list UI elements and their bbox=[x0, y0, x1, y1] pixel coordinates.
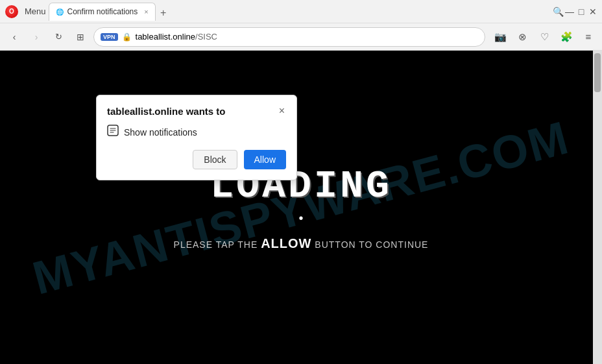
watermark: MYANTISPYWARE.COM bbox=[0, 51, 602, 364]
close-button[interactable]: ✕ bbox=[589, 8, 597, 16]
sub-text-bold: ALLOW bbox=[261, 236, 311, 250]
popup-header: tableallist.online wants to × bbox=[107, 106, 286, 117]
title-bar-left: O Menu bbox=[5, 5, 49, 18]
tab-close-button[interactable]: × bbox=[144, 8, 148, 16]
popup-permission-row: Show notifications bbox=[107, 125, 286, 140]
loading-dot: • bbox=[174, 211, 429, 226]
url-path: /SISC bbox=[195, 32, 217, 42]
url-text: tableallist.online/SISC bbox=[136, 32, 478, 42]
maximize-button[interactable]: □ bbox=[577, 8, 585, 16]
allow-button[interactable]: Allow bbox=[244, 150, 286, 169]
forward-button[interactable]: › bbox=[27, 28, 45, 46]
search-icon[interactable]: 🔍 bbox=[554, 8, 562, 16]
scrollbar-thumb[interactable] bbox=[594, 53, 601, 92]
block-button[interactable]: Block bbox=[193, 150, 237, 169]
title-bar: O Menu 🌐 Confirm notifications × + 🔍 — □… bbox=[0, 0, 602, 23]
vpn-badge: VPN bbox=[101, 33, 118, 41]
address-bar: ‹ › ↻ ⊞ VPN 🔒 tableallist.online/SISC 📷 … bbox=[0, 23, 602, 51]
lock-icon: 🔒 bbox=[122, 32, 132, 42]
window-controls: 🔍 — □ ✕ bbox=[554, 8, 597, 16]
refresh-button[interactable]: ↻ bbox=[49, 28, 67, 46]
extension-icon[interactable]: 🧩 bbox=[558, 29, 575, 45]
popup-actions: Block Allow bbox=[107, 150, 286, 169]
notification-popup: tableallist.online wants to × Show notif… bbox=[96, 95, 297, 180]
heart-icon[interactable]: ♡ bbox=[536, 29, 553, 45]
tabs-area: 🌐 Confirm notifications × + bbox=[49, 3, 554, 21]
grid-button[interactable]: ⊞ bbox=[71, 28, 90, 46]
notification-icon bbox=[107, 125, 119, 140]
new-tab-button[interactable]: + bbox=[156, 5, 171, 21]
loading-subtitle: PLEASE TAP THE ALLOW BUTTON TO CONTINUE bbox=[174, 236, 429, 251]
popup-close-button[interactable]: × bbox=[278, 106, 286, 116]
scrollbar[interactable] bbox=[593, 51, 602, 364]
url-domain: tableallist.online bbox=[136, 32, 196, 42]
camera-icon[interactable]: 📷 bbox=[492, 29, 509, 45]
tab-favicon: 🌐 bbox=[56, 8, 64, 16]
settings-icon[interactable]: ≡ bbox=[580, 29, 597, 45]
tab-title: Confirm notifications bbox=[67, 7, 138, 16]
toolbar-icons: 📷 ⊗ ♡ 🧩 ≡ bbox=[492, 29, 597, 45]
page-content: MYANTISPYWARE.COM LOADING • PLEASE TAP T… bbox=[0, 51, 602, 364]
active-tab[interactable]: 🌐 Confirm notifications × bbox=[49, 3, 156, 21]
opera-logo: O bbox=[5, 5, 18, 18]
shield-icon[interactable]: ⊗ bbox=[514, 29, 531, 45]
permission-label: Show notifications bbox=[124, 127, 197, 138]
back-button[interactable]: ‹ bbox=[5, 28, 23, 46]
popup-title: tableallist.online wants to bbox=[107, 106, 226, 117]
sub-text-after: BUTTON TO CONTINUE bbox=[315, 239, 428, 250]
browser-window: O Menu 🌐 Confirm notifications × + 🔍 — □… bbox=[0, 0, 602, 364]
menu-button[interactable]: Menu bbox=[22, 5, 49, 18]
url-bar[interactable]: VPN 🔒 tableallist.online/SISC bbox=[93, 27, 485, 47]
sub-text-before: PLEASE TAP THE bbox=[174, 239, 258, 250]
minimize-button[interactable]: — bbox=[566, 8, 573, 16]
